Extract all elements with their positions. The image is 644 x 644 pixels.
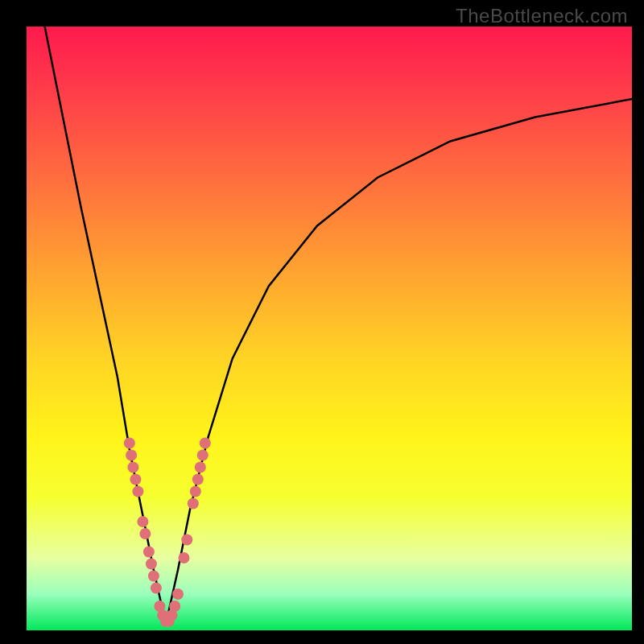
marker-dot xyxy=(179,552,190,564)
marker-dot xyxy=(181,535,192,546)
marker-dot xyxy=(124,438,135,449)
marker-dot xyxy=(195,462,206,473)
marker-dot xyxy=(143,547,155,558)
marker-dot xyxy=(172,588,184,600)
watermark-text: TheBottleneck.com xyxy=(456,5,628,27)
marker-dot xyxy=(148,571,159,582)
marker-dot xyxy=(190,486,201,497)
marker-dot xyxy=(192,474,204,485)
marker-dot xyxy=(127,462,138,473)
marker-dot xyxy=(139,528,151,539)
marker-dot xyxy=(197,450,208,461)
chart-frame: TheBottleneck.com xyxy=(0,0,644,644)
marker-dot xyxy=(169,601,180,612)
marker-dot xyxy=(151,583,162,594)
marker-dot xyxy=(137,516,148,527)
curve-overlay xyxy=(27,27,632,630)
marker-dot xyxy=(126,450,137,461)
marker-dot xyxy=(146,559,157,570)
marker-dot xyxy=(132,486,143,497)
marker-dot xyxy=(188,498,199,510)
series-right-branch xyxy=(166,99,632,625)
marker-dot xyxy=(130,474,141,485)
marker-dot xyxy=(200,438,211,449)
